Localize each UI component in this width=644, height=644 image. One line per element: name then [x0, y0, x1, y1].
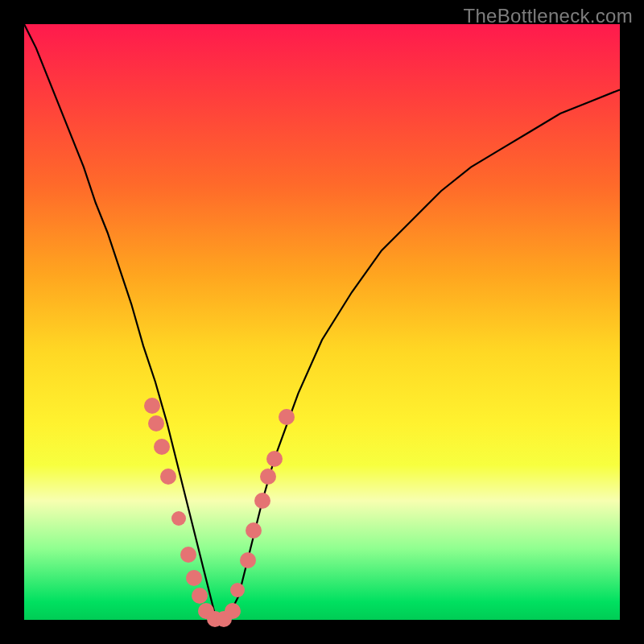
data-dot	[254, 493, 270, 509]
data-dot	[186, 570, 202, 586]
data-dot	[148, 415, 164, 431]
watermark-text: TheBottleneck.com	[463, 5, 633, 27]
bottleneck-curve	[24, 24, 620, 620]
plot-area	[24, 24, 620, 620]
data-dot	[180, 547, 196, 563]
data-dot	[171, 511, 186, 526]
data-dot	[192, 588, 208, 604]
data-dot	[266, 451, 283, 467]
data-dot	[160, 469, 176, 485]
data-dot	[246, 522, 262, 539]
data-dot	[154, 439, 170, 455]
data-dot	[240, 552, 256, 568]
data-dot	[260, 469, 276, 485]
data-dot	[279, 409, 295, 425]
data-dot	[230, 583, 245, 597]
chart-frame: TheBottleneck.com	[0, 0, 644, 644]
data-dot	[225, 603, 241, 619]
data-dot	[144, 398, 160, 414]
